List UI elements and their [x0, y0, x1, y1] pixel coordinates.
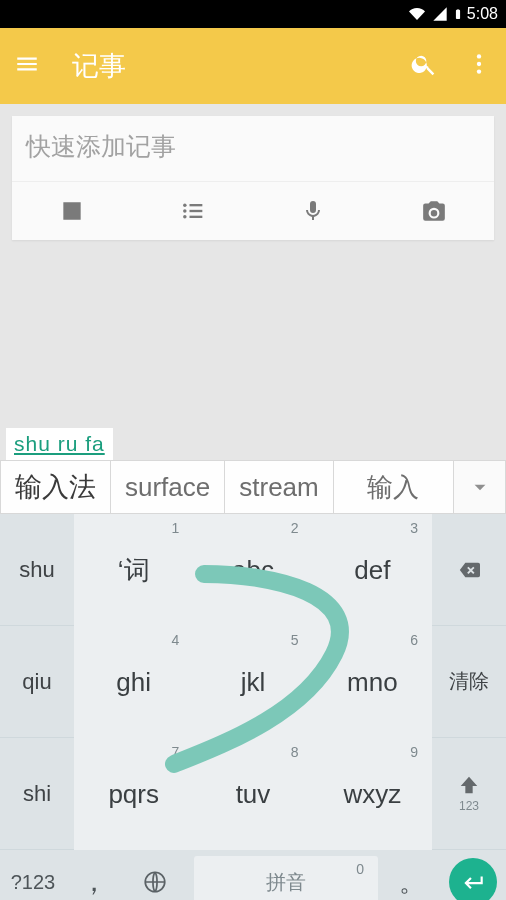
composing-text: shu ru fa	[6, 428, 113, 460]
svg-rect-4	[189, 204, 202, 206]
key-9[interactable]: 9wxyz	[313, 738, 432, 850]
syllable-column: shu qiu shi	[0, 514, 74, 850]
right-column: 清除 123	[432, 514, 506, 850]
comma-key[interactable]: ，	[66, 850, 122, 900]
svg-rect-6	[189, 210, 202, 212]
svg-point-0	[477, 54, 481, 58]
voice-note-button[interactable]	[253, 182, 374, 240]
quick-note-card: 快速添加记事	[12, 116, 494, 240]
menu-button[interactable]	[14, 51, 40, 81]
wifi-icon	[407, 6, 427, 22]
hamburger-icon	[14, 51, 40, 77]
battery-icon	[453, 5, 463, 23]
chevron-down-icon	[467, 474, 493, 500]
svg-point-3	[183, 203, 187, 207]
key-1[interactable]: 1‘词	[74, 514, 193, 626]
svg-rect-8	[189, 216, 202, 218]
syllable-key[interactable]: shu	[0, 514, 74, 626]
keyboard: shu qiu shi 1‘词 2abc 3def 4ghi 5jkl 6mno…	[0, 514, 506, 850]
enter-key[interactable]	[440, 850, 506, 900]
candidate-item[interactable]: surface	[111, 461, 225, 513]
clear-key[interactable]: 清除	[432, 626, 506, 738]
bullet-list-icon	[179, 197, 207, 225]
more-vert-icon	[466, 51, 492, 77]
key-5[interactable]: 5jkl	[193, 626, 312, 738]
main-content: 快速添加记事 shu ru fa	[0, 104, 506, 460]
key-6[interactable]: 6mno	[313, 626, 432, 738]
enter-icon	[460, 869, 486, 895]
svg-point-1	[477, 62, 481, 66]
keypad: 1‘词 2abc 3def 4ghi 5jkl 6mno 7pqrs 8tuv …	[74, 514, 432, 850]
signal-icon	[431, 6, 449, 22]
backspace-key[interactable]	[432, 514, 506, 626]
space-key[interactable]: 0 拼音	[194, 856, 378, 900]
syllable-key[interactable]: qiu	[0, 626, 74, 738]
syllable-key[interactable]: shi	[0, 738, 74, 850]
key-7[interactable]: 7pqrs	[74, 738, 193, 850]
mic-icon	[301, 199, 325, 223]
backspace-icon	[454, 559, 484, 581]
svg-point-5	[183, 209, 187, 213]
note-icon	[59, 198, 85, 224]
quick-note-placeholder: 快速添加记事	[26, 132, 176, 160]
candidate-item[interactable]: stream	[225, 461, 333, 513]
key-3[interactable]: 3def	[313, 514, 432, 626]
shift-icon	[456, 775, 482, 797]
photo-note-button[interactable]	[374, 182, 495, 240]
key-4[interactable]: 4ghi	[74, 626, 193, 738]
key-2[interactable]: 2abc	[193, 514, 312, 626]
status-bar: 5:08	[0, 0, 506, 28]
candidate-row: 输入法 surface stream 输入	[0, 460, 506, 514]
bullet-list-button[interactable]	[133, 182, 254, 240]
quick-note-input[interactable]: 快速添加记事	[12, 116, 494, 181]
overflow-menu-button[interactable]	[466, 51, 492, 81]
key-8[interactable]: 8tuv	[193, 738, 312, 850]
language-key[interactable]	[122, 850, 188, 900]
shift-key[interactable]: 123	[432, 738, 506, 850]
candidate-item[interactable]: 输入法	[1, 461, 111, 513]
app-bar: 记事	[0, 28, 506, 104]
period-key[interactable]: 。	[384, 850, 440, 900]
search-button[interactable]	[410, 50, 438, 82]
search-icon	[410, 50, 438, 78]
list-note-button[interactable]	[12, 182, 133, 240]
svg-point-7	[183, 215, 187, 219]
bottom-row: ?123 ， 0 拼音 。	[0, 850, 506, 900]
symbols-key[interactable]: ?123	[0, 850, 66, 900]
candidate-item[interactable]: 输入	[334, 461, 453, 513]
camera-icon	[421, 198, 447, 224]
clock-text: 5:08	[467, 5, 498, 23]
svg-point-2	[477, 69, 481, 73]
candidate-expand-button[interactable]	[453, 461, 505, 513]
compose-toolbar	[12, 181, 494, 240]
page-title: 记事	[72, 48, 126, 84]
globe-icon	[142, 869, 168, 895]
